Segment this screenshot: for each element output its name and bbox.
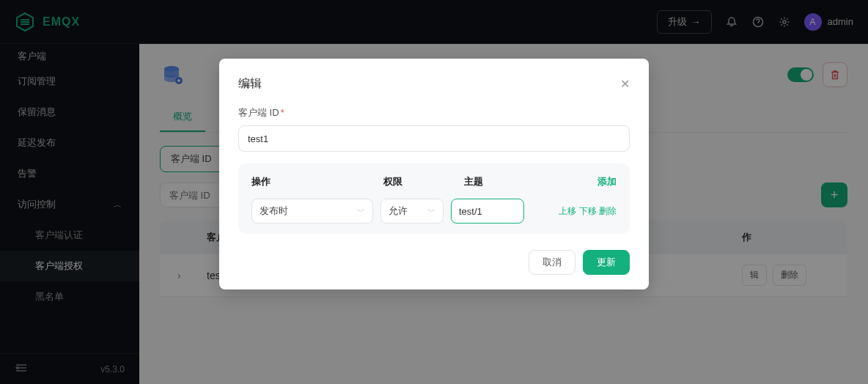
- modal-title: 编辑: [238, 76, 262, 92]
- edit-modal: 编辑 ✕ 客户端 ID* 操作 权限 主题 添加 发布时 ﹀ 允许 ﹀: [219, 59, 649, 289]
- move-down-button[interactable]: 下移: [579, 206, 597, 216]
- perm-col-permission: 权限: [383, 175, 464, 188]
- watermark: @51CTO博客: [820, 372, 865, 383]
- row-delete-button[interactable]: 删除: [599, 206, 617, 216]
- permission-select[interactable]: 允许 ﹀: [380, 199, 444, 224]
- perm-col-topic: 主题: [464, 175, 559, 188]
- perm-col-action: 操作: [251, 175, 383, 188]
- perm-add-button[interactable]: 添加: [597, 175, 617, 188]
- client-id-label: 客户端 ID*: [238, 106, 630, 119]
- move-up-button[interactable]: 上移: [559, 206, 576, 216]
- perm-row: 发布时 ﹀ 允许 ﹀ 上移 下移 删除: [251, 199, 617, 224]
- modal-close-button[interactable]: ✕: [620, 77, 630, 91]
- modal-overlay: 编辑 ✕ 客户端 ID* 操作 权限 主题 添加 发布时 ﹀ 允许 ﹀: [0, 0, 868, 384]
- action-select[interactable]: 发布时 ﹀: [251, 199, 373, 224]
- chevron-down-icon: ﹀: [357, 206, 365, 217]
- client-id-input[interactable]: [238, 125, 630, 152]
- chevron-down-icon: ﹀: [427, 206, 435, 217]
- update-button[interactable]: 更新: [583, 250, 630, 275]
- permission-select-value: 允许: [389, 204, 408, 218]
- action-select-value: 发布时: [260, 204, 288, 218]
- cancel-button[interactable]: 取消: [529, 250, 575, 275]
- topic-input[interactable]: [451, 199, 524, 224]
